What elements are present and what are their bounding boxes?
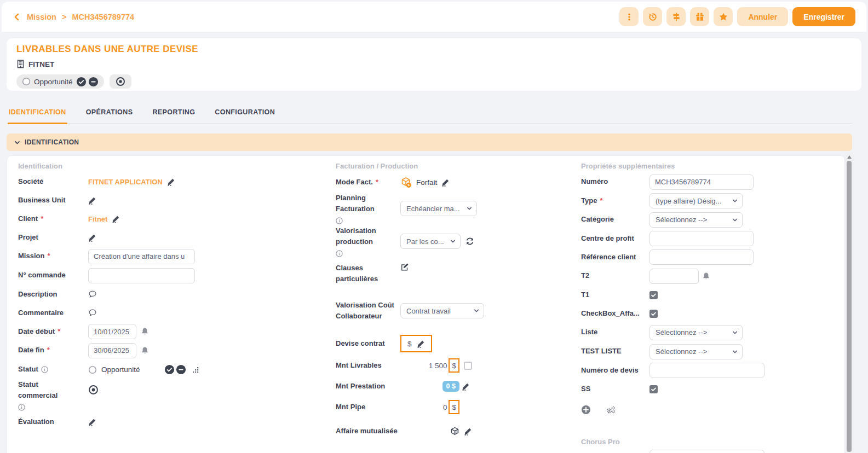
- edit-pencil-icon[interactable]: [167, 178, 175, 186]
- valorisation-production-select[interactable]: Par les co...: [400, 234, 461, 249]
- field-societe: Société FITNET APPLICATION: [18, 172, 333, 191]
- refresh-icon[interactable]: [465, 236, 475, 246]
- kebab-menu-button[interactable]: [619, 7, 639, 26]
- field-date-fin: Date fin*: [18, 341, 333, 360]
- vertical-scrollbar[interactable]: [845, 152, 853, 453]
- edit-pencil-icon[interactable]: [88, 234, 96, 242]
- bell-icon[interactable]: [141, 346, 149, 355]
- date-fin-input[interactable]: [88, 343, 136, 358]
- breadcrumb-root[interactable]: Mission: [27, 13, 56, 21]
- radio-unchecked-icon[interactable]: [88, 365, 97, 374]
- categorie-select[interactable]: Sélectionnez -->: [649, 212, 743, 228]
- speech-bubble-icon[interactable]: [88, 309, 97, 317]
- bell-icon[interactable]: [141, 327, 149, 336]
- mnt-pipe-value: 0: [443, 403, 447, 411]
- mnt-pipe-currency: $: [449, 400, 459, 414]
- group-title-proprietes: Propriétés supplémentaires: [581, 159, 838, 172]
- gears-icon[interactable]: [605, 405, 616, 415]
- scrollbar-up-arrow[interactable]: [847, 155, 852, 159]
- dots-grid-icon[interactable]: [191, 365, 199, 374]
- title-card: LIVRABLES DANS UNE AUTRE DEVISE FITNET O…: [7, 38, 861, 91]
- field-t2: T2: [581, 266, 838, 286]
- back-chevron-icon[interactable]: [13, 13, 21, 21]
- tab-bar: IDENTIFICATION OPÉRATIONS REPORTING CONF…: [7, 105, 852, 124]
- edit-note-icon[interactable]: [400, 263, 409, 271]
- edit-pencil-icon[interactable]: [112, 215, 120, 223]
- t1-checkbox[interactable]: [649, 291, 658, 299]
- save-button[interactable]: Enregistrer: [792, 7, 855, 26]
- chorus-input[interactable]: [649, 450, 764, 453]
- check-circle-icon[interactable]: [76, 77, 87, 87]
- numero-input[interactable]: [649, 175, 754, 190]
- checkbox-affa-checkbox[interactable]: [649, 310, 658, 318]
- field-reference-client: Référence client: [581, 248, 838, 266]
- mode-fact-value: Forfait: [416, 178, 437, 187]
- edit-pencil-icon[interactable]: [88, 418, 96, 426]
- mnt-livrables-value: 1 500: [429, 362, 447, 370]
- reference-client-input[interactable]: [649, 249, 754, 265]
- date-debut-input[interactable]: [88, 324, 136, 339]
- mnt-livrables-checkbox[interactable]: [464, 362, 472, 370]
- history-button[interactable]: [643, 7, 662, 26]
- history-icon: [648, 12, 658, 22]
- t2-input[interactable]: [649, 269, 699, 284]
- speech-bubble-icon[interactable]: [88, 290, 97, 299]
- scrollbar-thumb[interactable]: [847, 161, 852, 452]
- field-numero-devis: Numéro de devis: [581, 361, 838, 380]
- edit-pencil-icon[interactable]: [88, 196, 96, 205]
- test-liste-select[interactable]: Sélectionnez -->: [649, 344, 743, 359]
- plus-circle-icon[interactable]: [581, 405, 591, 415]
- building-icon: [16, 60, 25, 68]
- mission-input[interactable]: [88, 249, 195, 264]
- tab-reporting[interactable]: REPORTING: [151, 105, 196, 123]
- societe-link[interactable]: FITNET APPLICATION: [88, 178, 163, 186]
- field-checkbox-affa: CheckBox_Affa...: [581, 304, 838, 323]
- edit-pencil-icon[interactable]: [464, 427, 472, 435]
- edit-pencil-icon[interactable]: [441, 178, 450, 187]
- minus-circle-icon[interactable]: [88, 77, 99, 87]
- centre-profit-input[interactable]: [649, 231, 754, 246]
- tab-identification[interactable]: IDENTIFICATION: [8, 105, 67, 123]
- section-header-identification[interactable]: IDENTIFICATION: [7, 133, 852, 151]
- bell-icon[interactable]: [702, 272, 710, 281]
- edit-pencil-icon[interactable]: [462, 382, 470, 391]
- target-icon[interactable]: [88, 385, 99, 395]
- field-ss: SS: [581, 380, 838, 399]
- field-projet: Projet: [18, 228, 333, 247]
- field-business-unit: Business Unit: [18, 191, 333, 210]
- check-circle-icon[interactable]: [164, 364, 175, 375]
- field-valorisation-production: Valorisation production Par les co...: [336, 225, 577, 258]
- proprietes-toolbar: [581, 399, 838, 421]
- signpost-button[interactable]: [666, 7, 686, 26]
- commercial-status-pill[interactable]: [110, 74, 131, 89]
- liste-select[interactable]: Sélectionnez -->: [649, 325, 743, 340]
- ss-checkbox[interactable]: [649, 385, 658, 393]
- identification-panel: Identification Société FITNET APPLICATIO…: [7, 155, 845, 453]
- client-link[interactable]: Fitnet: [88, 215, 107, 223]
- devise-contrat-control[interactable]: $: [400, 335, 432, 352]
- gift-button[interactable]: [690, 7, 709, 26]
- tab-operations[interactable]: OPÉRATIONS: [85, 105, 134, 123]
- info-icon: [336, 217, 343, 224]
- column-facturation: Facturation / Production Mode Fact.* $ F…: [336, 159, 577, 445]
- star-button[interactable]: [714, 7, 733, 26]
- status-pill[interactable]: Opportunité: [16, 74, 104, 89]
- field-commentaire: Commentaire: [18, 304, 333, 322]
- cancel-button[interactable]: Annuler: [737, 7, 788, 26]
- type-select[interactable]: (type affaire) Désig...: [649, 193, 743, 208]
- info-icon: [41, 366, 48, 373]
- numero-devis-input[interactable]: [649, 363, 764, 378]
- minus-circle-icon[interactable]: [176, 364, 186, 375]
- tab-configuration[interactable]: CONFIGURATION: [214, 105, 276, 123]
- field-mnt-pipe: Mnt Pipe 0 $: [336, 397, 577, 417]
- commande-input[interactable]: [88, 268, 195, 283]
- field-clauses: Clauses particulières: [336, 258, 577, 289]
- valorisation-cout-select[interactable]: Contrat travail: [400, 303, 484, 318]
- chevron-down-icon: [474, 308, 479, 313]
- chevron-down-icon: [732, 349, 738, 355]
- field-mnt-livrables: Mnt Livrables 1 500 $: [336, 355, 577, 376]
- field-centre-profit: Centre de profit: [581, 229, 838, 248]
- group-title-chorus-pro: Chorus Pro: [581, 435, 838, 448]
- edit-pencil-icon[interactable]: [417, 340, 425, 348]
- planning-facturation-select[interactable]: Echéancier ma...: [400, 201, 477, 216]
